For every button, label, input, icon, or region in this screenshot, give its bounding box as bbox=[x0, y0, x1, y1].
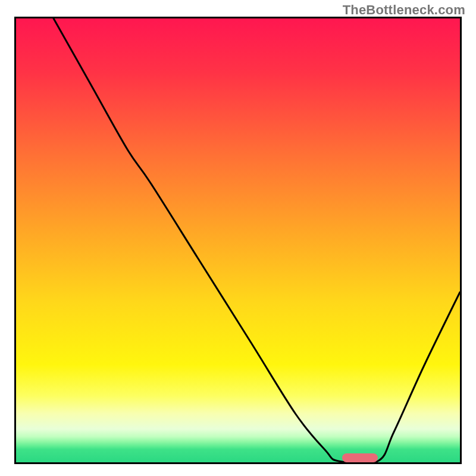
chart-root: TheBottleneck.com bbox=[0, 0, 476, 476]
plot-area bbox=[14, 17, 462, 464]
bottleneck-curve-path bbox=[54, 18, 460, 462]
bottleneck-curve bbox=[16, 18, 460, 462]
optimum-marker bbox=[342, 453, 378, 462]
watermark-text: TheBottleneck.com bbox=[343, 2, 465, 18]
